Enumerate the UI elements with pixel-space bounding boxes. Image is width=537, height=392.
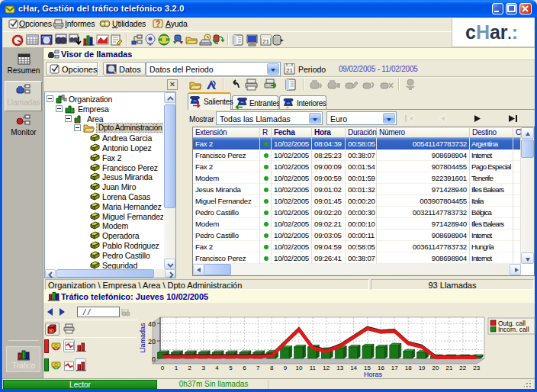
svg-text:21: 21 — [286, 67, 293, 74]
svg-text:22: 22 — [459, 365, 466, 371]
svg-text:18: 18 — [405, 365, 412, 371]
svg-text:Horas: Horas — [364, 371, 383, 378]
svg-text:19: 19 — [419, 365, 426, 371]
svg-text:20: 20 — [148, 338, 156, 345]
svg-text:9: 9 — [284, 365, 288, 371]
svg-text:1: 1 — [175, 365, 178, 371]
svg-text:21: 21 — [445, 365, 452, 371]
svg-text:5: 5 — [229, 365, 233, 371]
svg-text:13: 13 — [336, 365, 343, 371]
svg-text:2: 2 — [188, 365, 192, 371]
svg-text:23: 23 — [473, 365, 480, 371]
svg-text:0: 0 — [152, 355, 156, 363]
svg-text:?: ? — [156, 20, 160, 28]
svg-text:17: 17 — [391, 365, 398, 371]
svg-text:10: 10 — [296, 365, 303, 371]
svg-text:Llamadas: Llamadas — [139, 323, 146, 353]
svg-text:7: 7 — [256, 365, 260, 371]
svg-text:3: 3 — [201, 365, 205, 371]
svg-text:0: 0 — [161, 365, 165, 371]
svg-text:8: 8 — [270, 365, 274, 371]
svg-text:11: 11 — [310, 365, 317, 371]
svg-text:6: 6 — [243, 365, 246, 371]
svg-text:12: 12 — [323, 365, 330, 371]
svg-text:21: 21 — [262, 38, 269, 45]
svg-text:20: 20 — [432, 365, 439, 371]
svg-text:3D: 3D — [49, 329, 54, 333]
svg-text:4: 4 — [215, 365, 219, 371]
svg-text:Incom. call: Incom. call — [498, 326, 529, 333]
svg-text:14: 14 — [350, 365, 357, 371]
svg-text:40: 40 — [148, 320, 156, 328]
